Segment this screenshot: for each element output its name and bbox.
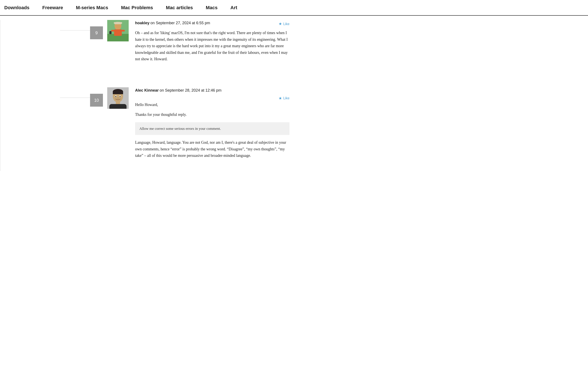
comment-number-badge: 9 xyxy=(90,26,103,39)
nav-item-mac-articles[interactable]: Mac articles xyxy=(160,0,199,15)
thread-vertical-line xyxy=(0,20,0,171)
comment-thread: 9 xyxy=(0,20,300,171)
svg-rect-6 xyxy=(111,30,115,32)
svg-rect-14 xyxy=(113,91,123,94)
like-star-icon: ★ xyxy=(279,21,282,27)
comment-body: hoakley on September 27, 2024 at 6:55 pm… xyxy=(135,20,290,66)
connector-line xyxy=(60,30,92,30)
like-button[interactable]: Like xyxy=(283,21,290,27)
connector-line xyxy=(60,98,92,98)
comment-meta: Alec Kinnear on September 28, 2024 at 12… xyxy=(135,87,290,102)
comment-author-date: hoakley on September 27, 2024 at 6:55 pm xyxy=(135,20,210,26)
nav-item-freeware[interactable]: Freeware xyxy=(36,0,69,15)
comment-body: Alec Kinnear on September 28, 2024 at 12… xyxy=(135,87,290,162)
nav-item-mac-problems[interactable]: Mac Problems xyxy=(115,0,159,15)
nav-item-m-series-macs[interactable]: M-series Macs xyxy=(69,0,115,15)
comment-number-badge: 10 xyxy=(90,94,103,107)
navigation-bar: DownloadsFreewareM-series MacsMac Proble… xyxy=(0,0,588,16)
svg-rect-4 xyxy=(115,22,121,24)
comment-item: 10 xyxy=(60,87,300,171)
nav-item-macs[interactable]: Macs xyxy=(199,0,224,15)
nav-item-art[interactable]: Art xyxy=(224,0,244,15)
comment-meta: hoakley on September 27, 2024 at 6:55 pm… xyxy=(135,20,290,27)
comment-text: Oh – and as for 'liking' macOS, I'm not … xyxy=(135,30,290,63)
svg-rect-8 xyxy=(109,31,111,34)
svg-rect-11 xyxy=(109,104,126,109)
svg-rect-5 xyxy=(114,29,122,36)
comment-item: 9 xyxy=(60,20,300,74)
comment-text: Hello Howard, Thanks for your thoughtful… xyxy=(135,102,290,159)
like-area[interactable]: ★ Like xyxy=(279,95,290,102)
svg-point-18 xyxy=(120,96,121,97)
main-content: 9 xyxy=(0,16,300,188)
avatar xyxy=(107,87,129,109)
like-star-icon: ★ xyxy=(279,95,282,102)
svg-rect-7 xyxy=(121,30,125,32)
like-area[interactable]: ★ Like xyxy=(279,21,290,27)
avatar xyxy=(107,20,129,42)
blockquote: Allow me correct some serious errors in … xyxy=(135,122,290,135)
like-button[interactable]: Like xyxy=(283,95,290,101)
nav-item-downloads[interactable]: Downloads xyxy=(4,0,36,15)
svg-point-17 xyxy=(115,96,116,97)
comment-author-date: Alec Kinnear on September 28, 2024 at 12… xyxy=(135,87,222,94)
